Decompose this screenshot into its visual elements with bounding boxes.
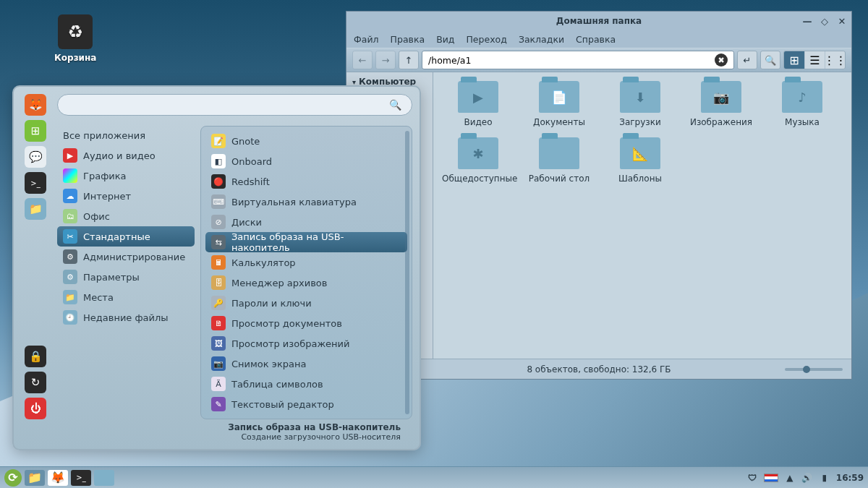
- pathbar-toggle-button[interactable]: ↵: [737, 51, 757, 69]
- tray-network-icon[interactable]: ▲: [784, 472, 796, 484]
- menu-search-input[interactable]: 🔍: [57, 94, 412, 116]
- folder-Видео[interactable]: ▶Видео: [442, 81, 514, 127]
- goto-icon[interactable]: ✖: [715, 53, 728, 67]
- app-icon: ◧: [211, 154, 226, 168]
- folder-Изображения[interactable]: 📷Изображения: [685, 81, 757, 127]
- tray-shield-icon[interactable]: 🛡: [746, 472, 758, 484]
- folder-label: Видео: [442, 117, 514, 127]
- application-menu: 🦊⊞💬>_📁🔒↻⏻ 🔍 Все приложения ▶Аудио и виде…: [12, 85, 421, 450]
- fm-titlebar[interactable]: Домашняя папка — ◇ ✕: [346, 12, 851, 30]
- search-button[interactable]: 🔍: [760, 51, 780, 69]
- rail-action-1[interactable]: ↻: [25, 372, 46, 393]
- rail-fav-4[interactable]: 📁: [25, 198, 46, 220]
- app-Redshift[interactable]: 🔴Redshift: [205, 171, 407, 192]
- tray-battery-icon[interactable]: ▮: [819, 472, 830, 484]
- app-icon: 📝: [211, 134, 226, 148]
- status-text: 8 объектов, свободно: 132,6 ГБ: [527, 364, 671, 374]
- category-label: Недавние файлы: [83, 312, 169, 323]
- fm-menu-Файл[interactable]: Файл: [354, 34, 379, 45]
- app-label: Таблица символов: [231, 379, 323, 390]
- app-Текстовый редактор[interactable]: ✎Текстовый редактор: [205, 394, 407, 414]
- category-Аудио и видео[interactable]: ▶Аудио и видео: [57, 145, 195, 166]
- folder-Общедоступные[interactable]: ✱Общедоступные: [442, 137, 514, 184]
- fm-menu-Переход[interactable]: Переход: [466, 34, 506, 45]
- back-button[interactable]: ←: [352, 51, 373, 69]
- app-Просмотр документов[interactable]: 🗎Просмотр документов: [205, 313, 407, 333]
- start-menu-button[interactable]: ⟳: [4, 469, 22, 487]
- folder-icon: ♪: [782, 81, 822, 113]
- app-Запись образа на USB-накопитель[interactable]: ⇆Запись образа на USB-накопитель: [205, 232, 407, 252]
- category-icon: ▶: [63, 148, 77, 163]
- app-label: Gnote: [231, 136, 260, 147]
- app-icon: Ä: [211, 377, 226, 391]
- rail-fav-0[interactable]: 🦊: [25, 94, 46, 116]
- folder-Документы[interactable]: 📄Документы: [523, 81, 595, 127]
- app-Gnote[interactable]: 📝Gnote: [205, 131, 407, 151]
- maximize-button[interactable]: ◇: [820, 16, 830, 26]
- app-Диски[interactable]: ⊘Диски: [205, 212, 407, 232]
- menu-footer: Запись образа на USB-накопитель Создание…: [21, 419, 412, 442]
- taskbar-terminal[interactable]: >_: [71, 470, 91, 486]
- path-input[interactable]: /home/a1 ✖: [422, 51, 734, 69]
- rail-action-0[interactable]: 🔒: [25, 346, 46, 367]
- minimize-button[interactable]: —: [802, 16, 812, 26]
- taskbar-files[interactable]: [94, 470, 114, 486]
- app-label: Redshift: [231, 176, 270, 187]
- folder-Рабочий стол[interactable]: Рабочий стол: [523, 137, 595, 184]
- folder-Загрузки[interactable]: ⬇Загрузки: [604, 81, 676, 127]
- category-Графика[interactable]: Графика: [57, 166, 195, 186]
- app-Пароли и ключи[interactable]: 🔑Пароли и ключи: [205, 293, 407, 313]
- rail-fav-3[interactable]: >_: [25, 172, 46, 194]
- forward-button[interactable]: →: [375, 51, 396, 69]
- category-Стандартные[interactable]: ✂Стандартные: [57, 226, 195, 247]
- tray-language-indicator[interactable]: [764, 474, 778, 482]
- taskbar-firefox[interactable]: 🦊: [48, 470, 68, 486]
- app-list-scrollbar[interactable]: [405, 131, 409, 414]
- taskbar-filemanager[interactable]: 📁: [25, 470, 45, 486]
- category-Недавние файлы[interactable]: 🕘Недавние файлы: [57, 307, 195, 328]
- rail-fav-1[interactable]: ⊞: [25, 120, 46, 142]
- app-label: Onboard: [231, 156, 272, 167]
- category-Интернет[interactable]: ☁Интернет: [57, 186, 195, 206]
- desktop-trash[interactable]: ♻ Корзина: [54, 14, 96, 63]
- icon-view-button[interactable]: ⊞: [784, 51, 804, 69]
- category-Места[interactable]: 📁Места: [57, 287, 195, 307]
- list-view-button[interactable]: ☰: [804, 51, 825, 69]
- menu-favorites-rail: 🦊⊞💬>_📁🔒↻⏻: [21, 94, 50, 419]
- fm-folder-view[interactable]: ▶Видео📄Документы⬇Загрузки📷Изображения♪Му…: [433, 72, 851, 359]
- app-icon: 🗄: [211, 275, 226, 290]
- rail-action-2[interactable]: ⏻: [25, 398, 46, 419]
- fm-menu-Справка[interactable]: Справка: [576, 34, 616, 45]
- app-Onboard[interactable]: ◧Onboard: [205, 151, 407, 171]
- fm-menu-Вид[interactable]: Вид: [436, 34, 454, 45]
- folder-label: Документы: [523, 117, 595, 127]
- zoom-slider[interactable]: [785, 368, 843, 371]
- app-icon: ⊘: [211, 215, 226, 229]
- fm-menu-Правка[interactable]: Правка: [391, 34, 425, 45]
- rail-fav-2[interactable]: 💬: [25, 146, 46, 168]
- folder-label: Загрузки: [604, 117, 676, 127]
- app-Калькулятор[interactable]: 🖩Калькулятор: [205, 252, 407, 273]
- folder-Шаблоны[interactable]: 📐Шаблоны: [604, 137, 676, 184]
- tray-clock[interactable]: 16:59: [836, 473, 864, 483]
- up-button[interactable]: ↑: [399, 51, 419, 69]
- app-Виртуальная клавиатура[interactable]: ⌨Виртуальная клавиатура: [205, 192, 407, 212]
- fm-menu-Закладки[interactable]: Закладки: [519, 34, 564, 45]
- folder-icon: 📄: [539, 81, 579, 113]
- tray-volume-icon[interactable]: 🔊: [801, 472, 813, 484]
- all-apps-header[interactable]: Все приложения: [57, 126, 195, 145]
- category-icon: ⚙: [63, 249, 77, 264]
- category-Администрирование[interactable]: ⚙Администрирование: [57, 247, 195, 267]
- category-Параметры[interactable]: ⚙Параметры: [57, 267, 195, 287]
- close-button[interactable]: ✕: [837, 16, 847, 26]
- app-label: Диски: [231, 217, 262, 228]
- app-list-panel: 📝Gnote◧Onboard🔴Redshift⌨Виртуальная клав…: [200, 126, 412, 419]
- category-Офис[interactable]: 🗂Офис: [57, 206, 195, 226]
- app-Менеджер архивов[interactable]: 🗄Менеджер архивов: [205, 273, 407, 293]
- folder-icon: 📐: [620, 137, 660, 169]
- app-Таблица символов[interactable]: ÄТаблица символов: [205, 374, 407, 394]
- folder-Музыка[interactable]: ♪Музыка: [766, 81, 838, 127]
- app-Снимок экрана[interactable]: 📷Снимок экрана: [205, 354, 407, 374]
- app-Просмотр изображений[interactable]: 🖼Просмотр изображений: [205, 333, 407, 354]
- compact-view-button[interactable]: ⋮⋮: [825, 51, 845, 69]
